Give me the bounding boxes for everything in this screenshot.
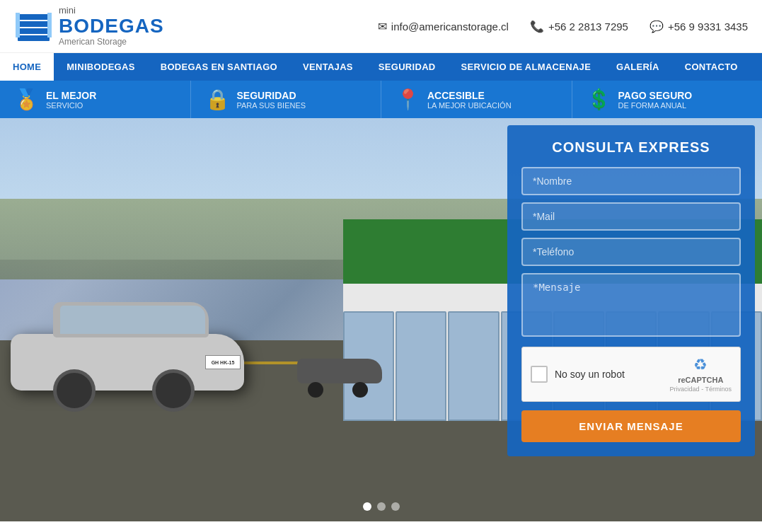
car2-wheel1 bbox=[308, 382, 323, 398]
nombre-input[interactable] bbox=[521, 167, 741, 195]
lock-icon: 🔒 bbox=[205, 88, 230, 111]
svg-rect-3 bbox=[18, 28, 50, 34]
recaptcha-branding: ♻ reCAPTCHA Privacidad - Términos bbox=[670, 356, 732, 393]
svg-rect-5 bbox=[16, 13, 20, 37]
features-bar: 🏅 EL MEJOR SERVICIO 🔒 SEGURIDAD PARA SUS… bbox=[0, 81, 762, 118]
location-icon: 📍 bbox=[396, 88, 420, 111]
logo-text: mini BODEGAS American Storage bbox=[59, 6, 164, 47]
car-windshield bbox=[60, 306, 205, 334]
consulta-title: CONSULTA EXPRESS bbox=[521, 139, 741, 156]
email-input[interactable] bbox=[521, 202, 741, 231]
slide-dot-1[interactable] bbox=[363, 502, 371, 511]
nav-servicio-almacenaje[interactable]: SERVICIO DE ALMACENAJE bbox=[449, 53, 604, 81]
whatsapp-icon: 💬 bbox=[650, 20, 664, 33]
slide-dot-3[interactable] bbox=[391, 502, 400, 511]
nav-home[interactable]: HOME bbox=[0, 53, 54, 81]
car2-wheel2 bbox=[352, 382, 368, 398]
recaptcha-brand-label: reCAPTCHA bbox=[678, 376, 723, 384]
medal-icon: 🏅 bbox=[14, 88, 39, 111]
logo-icon bbox=[14, 7, 53, 46]
recaptcha-label: No soy un robot bbox=[555, 369, 625, 380]
svg-rect-6 bbox=[47, 13, 52, 37]
feature-servicio-sub: SERVICIO bbox=[46, 101, 96, 110]
recaptcha-logo-icon: ♻ bbox=[693, 356, 708, 374]
feature-servicio: 🏅 EL MEJOR SERVICIO bbox=[0, 81, 191, 118]
car-wheel-back bbox=[152, 369, 195, 412]
phone-icon-1: 📞 bbox=[530, 20, 544, 33]
logo-bodegas-label: BODEGAS bbox=[59, 16, 164, 37]
recaptcha-left: No soy un robot bbox=[531, 366, 625, 383]
car-body: GH HK-15 bbox=[11, 334, 244, 391]
logo-american-label: American Storage bbox=[59, 37, 164, 47]
phone2-value: +56 9 9331 3435 bbox=[668, 21, 748, 33]
car-cabin bbox=[53, 302, 209, 337]
feature-accesible: 📍 ACCESIBLE LA MEJOR UBICACIÓN bbox=[381, 81, 572, 118]
email-value: info@americanstorage.cl bbox=[391, 21, 509, 33]
recaptcha-privacy-link[interactable]: Privacidad bbox=[670, 386, 700, 393]
nav-contacto[interactable]: CONTACTO bbox=[672, 53, 751, 81]
telefono-input[interactable] bbox=[521, 238, 741, 266]
consulta-express-panel: CONSULTA EXPRESS No soy un robot ♻ reCAP… bbox=[507, 125, 755, 456]
feature-seguridad-title: SEGURIDAD bbox=[237, 90, 306, 101]
svg-rect-1 bbox=[18, 14, 50, 20]
email-icon: ✉ bbox=[378, 20, 387, 33]
recaptcha-terms-link[interactable]: Términos bbox=[705, 386, 732, 393]
slide-dot-2[interactable] bbox=[377, 502, 386, 511]
nav-seguridad[interactable]: SEGURIDAD bbox=[366, 53, 449, 81]
send-message-button[interactable]: ENVIAR MENSAJE bbox=[521, 410, 741, 442]
feature-pago-title: PAGO SEGURO bbox=[618, 90, 693, 101]
site-header: mini BODEGAS American Storage ✉ info@ame… bbox=[0, 0, 762, 53]
svg-rect-2 bbox=[18, 21, 50, 27]
car2-container bbox=[297, 359, 382, 398]
mensaje-input[interactable] bbox=[521, 273, 741, 337]
feature-seguridad-sub: PARA SUS BIENES bbox=[237, 101, 306, 110]
car2-body bbox=[297, 359, 382, 383]
car-wheel-front bbox=[53, 369, 96, 412]
feature-pago-sub: DE FORMA ANUAL bbox=[618, 101, 693, 110]
main-nav: HOME MINIBODEGAS BODEGAS EN SANTIAGO VEN… bbox=[0, 53, 762, 81]
nav-galeria[interactable]: GALERÍA bbox=[604, 53, 672, 81]
nav-ventajas[interactable]: VENTAJAS bbox=[290, 53, 366, 81]
email-contact[interactable]: ✉ info@americanstorage.cl bbox=[378, 20, 509, 33]
feature-accesible-sub: LA MEJOR UBICACIÓN bbox=[427, 101, 512, 110]
phone1-contact[interactable]: 📞 +56 2 2813 7295 bbox=[530, 20, 628, 33]
feature-pago: 💲 PAGO SEGURO DE FORMA ANUAL bbox=[572, 81, 763, 118]
phone2-contact[interactable]: 💬 +56 9 9331 3435 bbox=[650, 20, 748, 33]
recaptcha-links: Privacidad - Términos bbox=[670, 386, 732, 393]
logo-area[interactable]: mini BODEGAS American Storage bbox=[14, 6, 164, 47]
header-contacts: ✉ info@americanstorage.cl 📞 +56 2 2813 7… bbox=[378, 20, 748, 33]
svg-rect-4 bbox=[18, 35, 50, 41]
slider-dots bbox=[363, 502, 400, 511]
hero-section: GH HK-15 CONSULTA EXPRESS No soy un robo… bbox=[0, 118, 762, 521]
feature-servicio-title: EL MEJOR bbox=[46, 90, 96, 101]
car-container: GH HK-15 bbox=[11, 320, 244, 412]
recaptcha-checkbox[interactable] bbox=[531, 366, 548, 383]
door-2 bbox=[396, 311, 446, 421]
feature-accesible-title: ACCESIBLE bbox=[427, 90, 512, 101]
nav-bodegas-santiago[interactable]: BODEGAS EN SANTIAGO bbox=[148, 53, 290, 81]
nav-minibodegas[interactable]: MINIBODEGAS bbox=[54, 53, 147, 81]
recaptcha-widget: No soy un robot ♻ reCAPTCHA Privacidad -… bbox=[521, 347, 741, 402]
phone1-value: +56 2 2813 7295 bbox=[548, 21, 628, 33]
license-plate: GH HK-15 bbox=[205, 355, 241, 369]
feature-seguridad: 🔒 SEGURIDAD PARA SUS BIENES bbox=[191, 81, 382, 118]
door-3 bbox=[448, 311, 499, 421]
dollar-icon: 💲 bbox=[587, 88, 611, 111]
logo-mini-label: mini bbox=[59, 6, 164, 16]
